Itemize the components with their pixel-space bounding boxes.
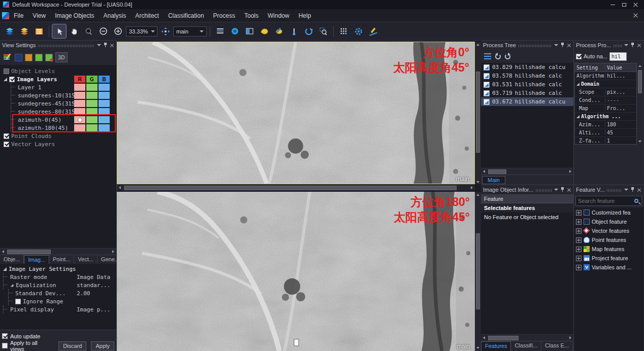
scroll-thumb[interactable] bbox=[7, 250, 51, 254]
process-row[interactable]: 03.719hillshade calc bbox=[481, 89, 573, 97]
property-group-row[interactable]: Algorithm ... bbox=[575, 113, 636, 121]
tree-row-vector-layers[interactable]: Vector Layers bbox=[0, 140, 116, 148]
point-clouds-checkbox[interactable] bbox=[4, 133, 9, 139]
menu-classification[interactable]: Classification bbox=[164, 10, 209, 21]
scroll-right-button[interactable] bbox=[110, 249, 116, 255]
menu-window[interactable]: Window bbox=[263, 10, 294, 21]
vector-layers-checkbox[interactable] bbox=[4, 142, 9, 147]
expanded-triangle-icon[interactable] bbox=[3, 267, 7, 271]
scroll-track[interactable] bbox=[123, 185, 469, 191]
open-workspace-button[interactable] bbox=[17, 24, 31, 38]
property-value[interactable]: Fro... bbox=[605, 106, 636, 111]
show-outlines-button[interactable] bbox=[257, 24, 271, 38]
apply-button[interactable]: Apply bbox=[91, 341, 114, 350]
sync-views-button[interactable] bbox=[302, 24, 315, 38]
settings-row[interactable]: Pixel display Image p... bbox=[0, 305, 116, 313]
tab-image[interactable]: Imag... bbox=[24, 255, 49, 264]
settings-row[interactable]: Equalization standar... bbox=[0, 281, 116, 289]
close-icon[interactable] bbox=[567, 43, 571, 47]
feature-item-vector[interactable]: Vector features bbox=[574, 226, 643, 235]
chevron-down-icon[interactable] bbox=[554, 189, 558, 191]
scroll-track[interactable] bbox=[475, 48, 481, 179]
scroll-up-button[interactable] bbox=[637, 63, 643, 69]
zoom-out-button[interactable] bbox=[96, 24, 110, 38]
settings-group-row[interactable]: Image Layer Settings bbox=[0, 265, 116, 273]
new-workspace-button[interactable] bbox=[3, 24, 16, 38]
pin-icon[interactable] bbox=[631, 43, 634, 48]
pan-button[interactable] bbox=[67, 24, 81, 38]
r-cell[interactable] bbox=[74, 100, 85, 107]
edit-outlines-button[interactable] bbox=[272, 24, 286, 38]
b-cell[interactable] bbox=[99, 100, 110, 107]
pixel-probe-button[interactable] bbox=[287, 24, 301, 38]
scroll-up-button[interactable] bbox=[475, 42, 481, 48]
expand-plus-icon[interactable] bbox=[576, 265, 582, 270]
scroll-thumb[interactable] bbox=[476, 72, 480, 153]
single-layer-gray-icon[interactable] bbox=[15, 54, 22, 61]
chevron-down-icon[interactable] bbox=[97, 44, 101, 46]
property-row[interactable]: Cond...---- bbox=[575, 96, 636, 104]
auto-update-checkbox[interactable] bbox=[2, 333, 8, 339]
scroll-thumb[interactable] bbox=[476, 233, 480, 310]
feature-search-input[interactable] bbox=[578, 198, 634, 204]
menu-file[interactable]: File bbox=[9, 10, 28, 21]
save-workspace-button[interactable] bbox=[32, 24, 46, 38]
expand-plus-icon[interactable] bbox=[576, 228, 582, 234]
process-row[interactable]: 03.531hillshade calc bbox=[481, 80, 573, 89]
scroll-thumb[interactable] bbox=[488, 169, 506, 174]
property-value[interactable]: 180 bbox=[605, 122, 636, 127]
property-row[interactable]: Alti...45 bbox=[575, 129, 636, 137]
feature-item-variables[interactable]: VVariables and ... bbox=[574, 263, 643, 272]
scroll-left-button[interactable] bbox=[481, 168, 487, 174]
property-row[interactable]: Z-fa...1 bbox=[575, 137, 636, 145]
pin-icon[interactable] bbox=[561, 187, 564, 192]
no-edit-button[interactable] bbox=[366, 24, 380, 38]
chevron-down-icon[interactable] bbox=[554, 44, 558, 46]
3d-view-button[interactable]: 3D bbox=[55, 52, 68, 62]
scroll-down-button[interactable] bbox=[637, 138, 643, 145]
expanded-triangle-icon[interactable] bbox=[4, 78, 7, 81]
layer-orange-icon[interactable] bbox=[25, 54, 33, 61]
drag-zoom-button[interactable] bbox=[82, 24, 95, 38]
scroll-thumb[interactable] bbox=[638, 70, 642, 93]
settings-row[interactable]: Ignore Range bbox=[0, 297, 116, 305]
close-icon[interactable] bbox=[633, 3, 638, 7]
process-row-selected[interactable]: 03.672hillshade calcu bbox=[481, 97, 573, 106]
expanded-triangle-icon[interactable] bbox=[11, 284, 14, 287]
menu-image-objects[interactable]: Image Objects bbox=[50, 10, 99, 21]
feature-item-object[interactable]: Object feature bbox=[574, 217, 643, 226]
pin-icon[interactable] bbox=[104, 43, 107, 48]
property-value[interactable]: 45 bbox=[605, 130, 636, 135]
maximize-icon[interactable] bbox=[622, 3, 626, 7]
scroll-track[interactable] bbox=[637, 69, 643, 138]
scroll-left-button[interactable] bbox=[481, 335, 487, 341]
menu-analysis[interactable]: Analysis bbox=[99, 10, 131, 21]
g-cell[interactable] bbox=[86, 100, 98, 107]
property-value[interactable]: ---- bbox=[605, 97, 636, 103]
top-map-view[interactable]: 方位角0° 太阳高度角45° main bbox=[117, 42, 475, 184]
feature-item-project[interactable]: Project feature bbox=[574, 254, 643, 263]
tree-row-object-levels[interactable]: Object Levels bbox=[0, 67, 116, 75]
single-view-button[interactable] bbox=[213, 24, 227, 38]
feature-item-customized[interactable]: Customized fea bbox=[574, 208, 643, 217]
menu-view[interactable]: View bbox=[28, 10, 50, 21]
expand-plus-icon[interactable] bbox=[576, 237, 582, 243]
menu-architect[interactable]: Architect bbox=[131, 10, 164, 21]
tree-row-point-clouds[interactable]: Point Clouds bbox=[0, 132, 116, 140]
b-cell[interactable] bbox=[99, 84, 110, 91]
b-cell[interactable] bbox=[99, 92, 110, 99]
property-value[interactable]: 1 bbox=[605, 138, 636, 144]
menu-process[interactable]: Process bbox=[209, 10, 240, 21]
undo-icon[interactable] bbox=[495, 54, 501, 59]
edit-layer-mixing-icon[interactable] bbox=[3, 53, 12, 61]
process-row[interactable]: 03.578hillshade calc bbox=[481, 72, 573, 80]
chevron-down-icon[interactable] bbox=[624, 189, 628, 191]
scroll-track[interactable] bbox=[487, 168, 567, 175]
apply-all-checkbox[interactable] bbox=[2, 343, 8, 348]
property-row[interactable]: Azim...180 bbox=[575, 121, 636, 129]
select-cursor-button[interactable] bbox=[52, 24, 66, 38]
setting-value[interactable]: 2.00 bbox=[77, 290, 116, 297]
close-icon[interactable] bbox=[567, 188, 571, 191]
tab-object[interactable]: Obje... bbox=[0, 255, 24, 264]
pin-icon[interactable] bbox=[631, 187, 634, 192]
